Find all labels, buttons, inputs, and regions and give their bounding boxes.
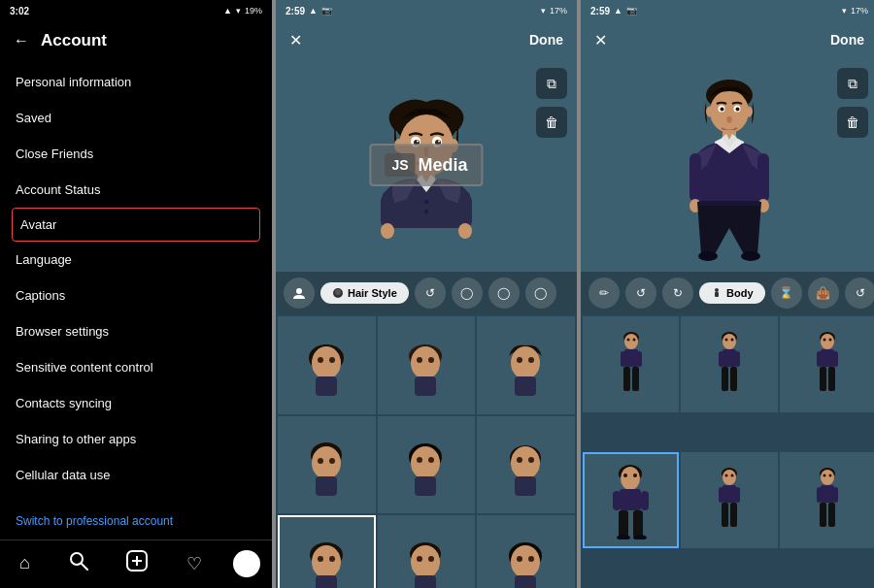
menu-item-personal-info[interactable]: Personal information	[0, 64, 272, 100]
menu-item-language[interactable]: Language	[0, 242, 272, 278]
nav-search[interactable]	[61, 549, 96, 577]
svg-rect-126	[833, 351, 838, 367]
grid-cell-2-4[interactable]	[278, 416, 376, 514]
status-icons-1: ▲ ▾ 19%	[223, 6, 262, 16]
tab-body-3[interactable]: Body	[699, 282, 765, 304]
grid-cell-3-6[interactable]	[780, 452, 874, 548]
menu-item-captions[interactable]: Captions	[0, 278, 272, 313]
tab-c1-2[interactable]: ◯	[452, 278, 483, 309]
avatar-display-3: ⧉ 🗑	[581, 58, 874, 272]
tab-person-2[interactable]	[284, 278, 315, 309]
screen-1: 3:02 ▲ ▾ 19% ← Account Personal informat…	[0, 0, 272, 588]
grid-cell-3-5[interactable]	[681, 452, 777, 548]
tab-r3-3[interactable]: ↺	[845, 278, 875, 309]
menu-item-sharing[interactable]: Sharing to other apps	[0, 421, 272, 457]
grid-cell-3-3[interactable]	[780, 316, 874, 412]
avatar-display-2: JS Media	[276, 58, 577, 272]
nav-home[interactable]: ⌂	[12, 551, 38, 575]
svg-point-61	[417, 556, 422, 562]
menu-item-avatar[interactable]: Avatar	[12, 208, 260, 242]
svg-rect-106	[624, 349, 638, 367]
svg-point-65	[511, 545, 540, 578]
svg-point-143	[730, 474, 733, 477]
svg-point-41	[318, 458, 323, 464]
status-icons-2: ▾ 17%	[541, 6, 567, 16]
svg-point-28	[329, 357, 335, 363]
menu-item-browser-settings[interactable]: Browser settings	[0, 313, 272, 349]
menu-item-close-friends[interactable]: Close Friends	[0, 136, 272, 172]
svg-rect-68	[515, 575, 536, 588]
svg-point-14	[449, 139, 458, 152]
tab-refresh-2[interactable]: ↺	[415, 278, 446, 309]
svg-point-11	[417, 141, 419, 143]
svg-rect-58	[316, 575, 337, 588]
back-button[interactable]: ←	[14, 32, 29, 49]
menu-item-contacts-syncing[interactable]: Contacts syncing	[0, 385, 272, 421]
svg-point-113	[724, 339, 727, 342]
svg-point-97	[698, 251, 718, 261]
done-button-3[interactable]: Done	[830, 32, 864, 48]
grid-cell-3-1[interactable]	[583, 316, 679, 412]
menu-item-account-status[interactable]: Account Status	[0, 172, 272, 208]
tab-hairstyle-2[interactable]: Hair Style	[320, 282, 409, 304]
svg-point-123	[829, 339, 832, 342]
menu-item-sensitive-content[interactable]: Sensitive content control	[0, 349, 272, 385]
svg-point-130	[621, 467, 640, 490]
pro-link[interactable]: Switch to professional account	[0, 503, 272, 539]
close-button-3[interactable]: ✕	[594, 31, 607, 49]
svg-point-105	[632, 339, 635, 342]
tab-c3-2[interactable]: ◯	[525, 278, 556, 309]
grid-cell-2-9[interactable]	[477, 515, 575, 588]
tab-edit-3[interactable]: ✏	[588, 278, 620, 309]
grid-cell-2-8[interactable]	[378, 515, 476, 588]
close-button-2[interactable]: ✕	[289, 31, 302, 49]
screen3-top-bar: ✕ Done	[581, 21, 874, 58]
grid-cell-2-1[interactable]	[278, 316, 376, 414]
menu-item-cellular[interactable]: Cellular data use	[0, 457, 272, 493]
svg-point-104	[626, 339, 629, 342]
svg-point-67	[528, 556, 534, 562]
nav-profile[interactable]	[233, 550, 260, 577]
svg-rect-147	[722, 503, 728, 527]
svg-point-91	[745, 107, 753, 117]
tab-c2-2[interactable]: ◯	[488, 278, 520, 309]
menu-item-saved[interactable]: Saved	[0, 100, 272, 136]
svg-point-32	[417, 357, 422, 363]
grid-cell-2-3[interactable]	[477, 316, 575, 414]
svg-rect-117	[735, 351, 740, 367]
delete-button-3[interactable]: 🗑	[837, 107, 868, 138]
svg-point-150	[821, 470, 834, 485]
nav-heart[interactable]: ♡	[179, 551, 210, 576]
svg-point-20	[381, 223, 394, 239]
svg-point-13	[394, 139, 404, 152]
grid-cell-2-2[interactable]	[378, 316, 476, 414]
grid-cell-2-7-selected[interactable]	[278, 515, 376, 588]
svg-rect-43	[316, 476, 337, 496]
copy-button-3[interactable]: ⧉	[837, 68, 868, 99]
svg-point-9	[414, 140, 420, 146]
grid-cell-2-5[interactable]	[378, 416, 476, 514]
grid-cell-3-4-selected[interactable]	[583, 452, 679, 548]
done-button-2[interactable]: Done	[529, 32, 563, 48]
grid-cell-2-6[interactable]	[477, 416, 575, 514]
avatar-grid-2	[276, 314, 577, 588]
tab-r2-3[interactable]: ↻	[662, 278, 693, 309]
svg-rect-38	[515, 376, 536, 396]
menu-item-original-posts[interactable]: Original posts	[0, 493, 272, 503]
svg-rect-118	[722, 367, 728, 391]
wifi-icon-3: ▾	[842, 6, 847, 16]
svg-rect-101	[715, 292, 719, 297]
nav-add[interactable]	[118, 548, 155, 578]
battery-icon-2: 17%	[550, 6, 567, 16]
svg-point-35	[511, 346, 540, 379]
delete-button-2[interactable]: 🗑	[536, 107, 567, 138]
svg-line-1	[82, 564, 87, 570]
svg-point-85	[710, 90, 749, 133]
svg-point-21	[458, 223, 472, 239]
tab-hourglass-3[interactable]: ⌛	[771, 278, 802, 309]
grid-cell-3-2[interactable]	[681, 316, 777, 412]
tab-bag-3[interactable]: 👜	[808, 278, 839, 309]
copy-button-2[interactable]: ⧉	[536, 68, 567, 99]
tab-r1-3[interactable]: ↺	[625, 278, 656, 309]
svg-rect-134	[613, 491, 621, 510]
